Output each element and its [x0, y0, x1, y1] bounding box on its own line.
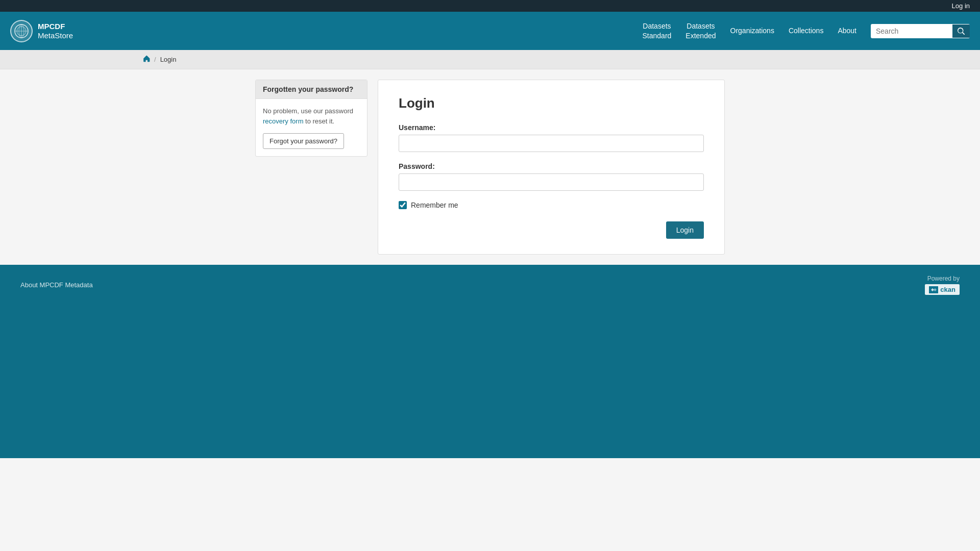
- breadcrumb: / Login: [0, 50, 980, 69]
- nav-about[interactable]: About: [831, 23, 863, 38]
- sidebar-card-body: No problem, use our password recovery fo…: [256, 99, 367, 156]
- nav-datasets-extended[interactable]: Datasets Extended: [679, 18, 722, 43]
- login-link[interactable]: Log in: [952, 2, 970, 10]
- powered-by: Powered by ckan: [925, 275, 960, 295]
- password-label: Password:: [399, 162, 704, 170]
- search-input[interactable]: [871, 24, 952, 38]
- sidebar-card-text: No problem, use our password recovery fo…: [263, 106, 360, 126]
- breadcrumb-current: Login: [160, 56, 177, 63]
- password-group: Password:: [399, 162, 704, 191]
- remember-me-group: Remember me: [399, 201, 704, 209]
- header: MPCDF MetaStore Datasets Standard Datase…: [0, 12, 980, 50]
- search-box: [871, 24, 970, 38]
- sidebar-card: Forgotten your password? No problem, use…: [255, 80, 368, 157]
- logo-icon: [14, 24, 29, 38]
- ckan-logo-svg: [929, 286, 938, 293]
- search-button[interactable]: [952, 24, 970, 38]
- powered-by-text: Powered by: [927, 275, 960, 282]
- logo-link[interactable]: MPCDF MetaStore: [10, 20, 73, 42]
- logo-circle: [10, 20, 33, 42]
- username-group: Username:: [399, 123, 704, 152]
- page-background: [0, 305, 980, 458]
- main-nav: Datasets Standard Datasets Extended Orga…: [636, 18, 863, 43]
- main-content: Forgotten your password? No problem, use…: [245, 69, 735, 265]
- ckan-icon: [929, 286, 938, 293]
- sidebar-card-header: Forgotten your password?: [256, 80, 367, 99]
- search-icon: [958, 28, 965, 35]
- footer-about-link[interactable]: About MPCDF Metadata: [20, 281, 93, 289]
- top-bar: Log in: [0, 0, 980, 12]
- login-button[interactable]: Login: [666, 221, 704, 239]
- breadcrumb-home[interactable]: [143, 55, 150, 64]
- sidebar: Forgotten your password? No problem, use…: [255, 80, 368, 157]
- password-input[interactable]: [399, 173, 704, 191]
- ckan-text: ckan: [940, 286, 955, 293]
- nav-collections[interactable]: Collections: [782, 23, 829, 38]
- remember-me-checkbox[interactable]: [399, 201, 407, 209]
- recovery-form-link[interactable]: recovery form: [263, 117, 303, 125]
- nav-datasets-standard[interactable]: Datasets Standard: [636, 18, 678, 43]
- logo-text: MPCDF MetaStore: [38, 22, 73, 40]
- username-input[interactable]: [399, 135, 704, 152]
- footer: About MPCDF Metadata Powered by ckan: [0, 265, 980, 305]
- ckan-logo: ckan: [925, 284, 960, 295]
- username-label: Username:: [399, 123, 704, 132]
- login-title: Login: [399, 95, 704, 111]
- remember-me-label[interactable]: Remember me: [411, 201, 458, 209]
- nav-organizations[interactable]: Organizations: [724, 23, 780, 38]
- forgot-password-button[interactable]: Forgot your password?: [263, 133, 344, 149]
- breadcrumb-separator: /: [154, 56, 156, 63]
- login-panel: Login Username: Password: Remember me Lo…: [378, 80, 725, 255]
- home-icon: [143, 55, 150, 62]
- form-actions: Login: [399, 221, 704, 239]
